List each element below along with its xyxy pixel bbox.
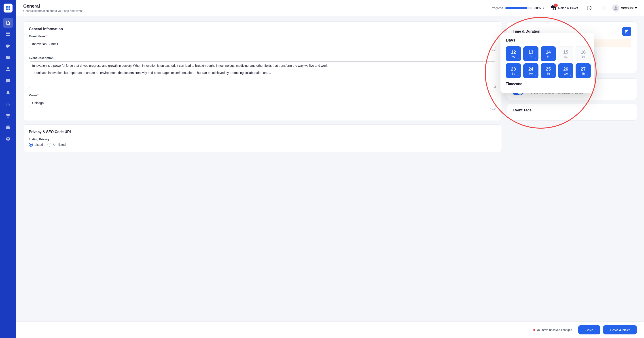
venue-group: Venue* 7 / 60	[29, 94, 496, 111]
sidebar-item-folder[interactable]	[3, 53, 13, 62]
sidebar-item-person[interactable]	[3, 64, 13, 74]
event-tags-card: Event Tags	[507, 104, 637, 121]
sidebar-item-trophy[interactable]	[3, 111, 13, 121]
left-panel: General Information Event Name* 17 / 60 …	[23, 21, 502, 316]
app-logo[interactable]	[4, 3, 12, 12]
unsaved-text: You have unsaved changes	[536, 328, 572, 332]
header: General General information about your a…	[16, 0, 644, 16]
header-right: Progress 80% ▾ 1 Raise a Ticket	[490, 3, 637, 12]
venue-label: Venue*	[29, 94, 496, 97]
day-cell-12[interactable]: 12 We ✓	[506, 46, 521, 61]
svg-rect-1	[8, 6, 10, 7]
ticket-badge: 1	[554, 3, 558, 7]
progress-bar-fill	[505, 7, 527, 9]
timezone-label: Timezone	[506, 82, 589, 86]
svg-rect-3	[8, 8, 10, 10]
event-desc-label: Event Description	[29, 56, 496, 60]
event-name-input[interactable]	[29, 40, 496, 48]
listed-radio-dot	[29, 143, 33, 147]
day-cell-27[interactable]: 27 Th ✓	[576, 63, 591, 78]
event-desc-textarea[interactable]: Innovation is a powerful force that driv…	[29, 61, 496, 88]
calendar-row-1: 12 We ✓ 13 Th ✓ 14 Fr ✓ 15	[506, 46, 589, 61]
account-chevron-icon: ▾	[635, 6, 637, 10]
day-cell-13[interactable]: 13 Th ✓	[523, 46, 538, 61]
page-subtitle: General information about your app and e…	[23, 9, 84, 12]
save-next-button[interactable]: Save & Next	[603, 325, 637, 335]
day-cell-16[interactable]: 16 Su	[576, 46, 591, 61]
privacy-seo-card: Privacy & SEO Code URL Listing Privacy L…	[23, 124, 502, 152]
listing-privacy-label: Listing Privacy	[29, 138, 496, 141]
bottom-bar: You have unsaved changes Save Save & Nex…	[16, 322, 644, 338]
event-name-char-count: 17 / 60	[29, 49, 496, 52]
general-info-title: General Information	[29, 27, 496, 31]
venue-char-count: 7 / 60	[29, 108, 496, 111]
page-title: General	[23, 3, 84, 9]
avatar	[612, 4, 620, 12]
header-title-group: General General information about your a…	[23, 3, 84, 12]
info-button[interactable]	[584, 4, 594, 12]
day-cell-14[interactable]: 14 Fr ✓	[541, 46, 556, 61]
sidebar-item-chat[interactable]	[3, 76, 13, 86]
general-info-card: General Information Event Name* 17 / 60 …	[23, 21, 502, 121]
progress-bar-container	[505, 7, 532, 9]
day-cell-15[interactable]: 15 Sa	[558, 46, 573, 61]
sidebar-item-document[interactable]	[3, 18, 13, 28]
sidebar-item-chart[interactable]	[3, 99, 13, 109]
venue-input[interactable]	[29, 99, 496, 107]
timezone-section: Timezone	[506, 82, 589, 86]
calendar-overlay: Days 12 We ✓ 13 Th ✓ 14 Fr	[500, 33, 594, 93]
progress-percent: 80%	[534, 6, 541, 10]
unlisted-radio-dot	[48, 143, 52, 147]
day-cell-26[interactable]: 26 We ✓	[558, 63, 573, 78]
day-cell-25[interactable]: 25 Tu ✓	[541, 63, 556, 78]
sidebar-item-bell[interactable]	[3, 88, 13, 97]
save-button[interactable]: Save	[578, 325, 600, 335]
raise-ticket-button[interactable]: 1 Raise a Ticket	[549, 3, 580, 12]
calendar-icon-button[interactable]	[622, 27, 631, 36]
sidebar	[0, 0, 16, 338]
svg-rect-0	[6, 6, 8, 7]
content-area: General Information Event Name* 17 / 60 …	[16, 16, 644, 322]
progress-label: Progress	[490, 6, 503, 10]
raise-ticket-label: Raise a Ticket	[558, 6, 578, 10]
calendar-row-2: 23 Su ✓ 24 Mo ✓ 25 Tu ✓ 26	[506, 63, 589, 78]
svg-rect-7	[602, 6, 604, 10]
mobile-preview-button[interactable]	[598, 4, 608, 12]
sidebar-item-message[interactable]	[3, 122, 13, 132]
day-cell-24[interactable]: 24 Mo ✓	[523, 63, 538, 78]
event-tags-title: Event Tags	[513, 108, 631, 112]
event-name-group: Event Name* 17 / 60	[29, 35, 496, 52]
right-panel: Time & Duration You can't update the dat…	[507, 21, 637, 316]
listing-privacy-group: Listed Un-listed	[29, 143, 496, 147]
chevron-down-icon[interactable]: ▾	[543, 6, 544, 9]
account-label: Account	[621, 6, 634, 10]
unlisted-radio[interactable]: Un-listed	[48, 143, 66, 147]
calendar-title: Days	[506, 38, 589, 43]
sidebar-item-palette[interactable]	[3, 41, 13, 51]
unsaved-dot	[533, 329, 535, 331]
progress-group: Progress 80% ▾	[490, 6, 544, 10]
event-desc-group: Event Description Innovation is a powerf…	[29, 56, 496, 89]
main-container: General General information about your a…	[16, 0, 644, 338]
svg-rect-2	[6, 8, 8, 10]
sidebar-item-settings[interactable]	[3, 134, 13, 144]
sidebar-item-grid[interactable]	[3, 29, 13, 39]
ticket-icon-wrap: 1	[551, 5, 556, 11]
privacy-seo-title: Privacy & SEO Code URL	[29, 130, 496, 134]
unsaved-indicator: You have unsaved changes	[533, 328, 572, 332]
day-cell-23[interactable]: 23 Su ✓	[506, 63, 521, 78]
account-button[interactable]: Account ▾	[612, 4, 637, 12]
event-name-label: Event Name*	[29, 35, 496, 38]
listed-radio[interactable]: Listed	[29, 143, 43, 147]
